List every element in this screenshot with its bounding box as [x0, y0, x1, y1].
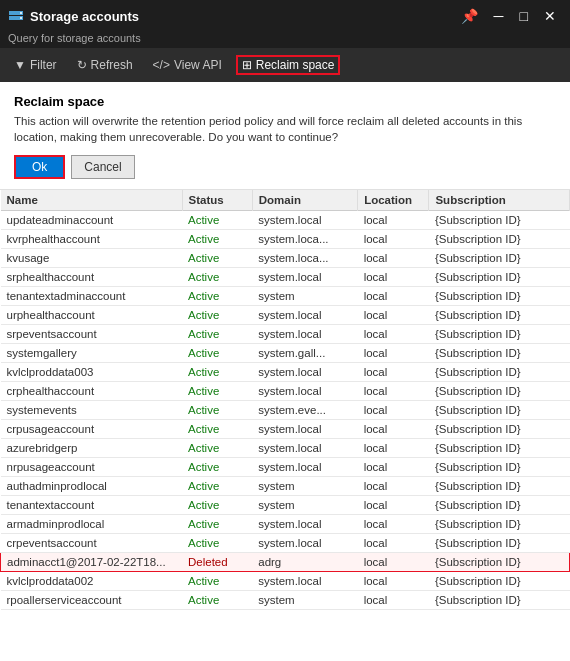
cell-name: nrpusageaccount — [1, 458, 183, 477]
minimize-button[interactable]: ─ — [488, 6, 510, 26]
main-window: Storage accounts 📌 ─ □ ✕ Query for stora… — [0, 0, 570, 661]
filter-icon: ▼ — [14, 58, 26, 72]
cell-subscription: {Subscription ID} — [429, 306, 570, 325]
reclaim-panel: Reclaim space This action will overwrite… — [0, 82, 570, 190]
cell-status: Active — [182, 515, 252, 534]
title-bar-left: Storage accounts — [8, 8, 139, 24]
table-row[interactable]: crpusageaccount Active system.local loca… — [1, 420, 570, 439]
cell-name: srphealthaccount — [1, 268, 183, 287]
cell-subscription: {Subscription ID} — [429, 534, 570, 553]
table-row[interactable]: updateadminaccount Active system.local l… — [1, 211, 570, 230]
table-row[interactable]: armadminprodlocal Active system.local lo… — [1, 515, 570, 534]
cell-status: Active — [182, 591, 252, 610]
cell-domain: system.local — [252, 458, 357, 477]
pin-button[interactable]: 📌 — [455, 6, 484, 26]
cell-location: local — [358, 363, 429, 382]
cell-location: local — [358, 249, 429, 268]
cell-domain: system.local — [252, 439, 357, 458]
storage-icon — [8, 8, 24, 24]
cell-location: local — [358, 344, 429, 363]
cell-name: kvrphealthaccount — [1, 230, 183, 249]
cell-domain: system.eve... — [252, 401, 357, 420]
cell-name: updateadminaccount — [1, 211, 183, 230]
cell-domain: system — [252, 287, 357, 306]
cell-domain: system.local — [252, 306, 357, 325]
ok-button[interactable]: Ok — [14, 155, 65, 179]
cancel-button[interactable]: Cancel — [71, 155, 134, 179]
cell-subscription: {Subscription ID} — [429, 344, 570, 363]
cell-location: local — [358, 287, 429, 306]
cell-status: Active — [182, 268, 252, 287]
filter-button[interactable]: ▼ Filter — [8, 55, 63, 75]
table-row[interactable]: crpeventsaccount Active system.local loc… — [1, 534, 570, 553]
cell-name: kvlclproddata002 — [1, 572, 183, 591]
cell-location: local — [358, 572, 429, 591]
cell-name: crpeventsaccount — [1, 534, 183, 553]
cell-name: urphealthaccount — [1, 306, 183, 325]
reclaim-space-button[interactable]: ⊞ Reclaim space — [236, 55, 341, 75]
table-row[interactable]: kvusage Active system.loca... local {Sub… — [1, 249, 570, 268]
cell-domain: adrg — [252, 553, 357, 572]
table-header-row: Name Status Domain Location Subscription — [1, 190, 570, 211]
table-body: updateadminaccount Active system.local l… — [1, 211, 570, 610]
cell-name: tenantextadminaccount — [1, 287, 183, 306]
table-row[interactable]: kvlclproddata003 Active system.local loc… — [1, 363, 570, 382]
cell-domain: system.local — [252, 325, 357, 344]
cell-status: Active — [182, 496, 252, 515]
table-row[interactable]: systemevents Active system.eve... local … — [1, 401, 570, 420]
cell-domain: system.local — [252, 572, 357, 591]
cell-location: local — [358, 401, 429, 420]
cell-name: azurebridgerp — [1, 439, 183, 458]
close-button[interactable]: ✕ — [538, 6, 562, 26]
reclaim-description: This action will overwrite the retention… — [14, 113, 556, 145]
cell-name: rpoallerserviceaccount — [1, 591, 183, 610]
cell-subscription: {Subscription ID} — [429, 287, 570, 306]
cell-name: systemevents — [1, 401, 183, 420]
cell-name: tenantextaccount — [1, 496, 183, 515]
cell-name: armadminprodlocal — [1, 515, 183, 534]
window-subtitle: Query for storage accounts — [0, 32, 570, 48]
cell-status: Active — [182, 211, 252, 230]
cell-status: Active — [182, 420, 252, 439]
cell-status: Active — [182, 458, 252, 477]
refresh-button[interactable]: ↻ Refresh — [71, 55, 139, 75]
cell-subscription: {Subscription ID} — [429, 458, 570, 477]
table-row[interactable]: tenantextaccount Active system local {Su… — [1, 496, 570, 515]
table-row[interactable]: urphealthaccount Active system.local loc… — [1, 306, 570, 325]
cell-status: Deleted — [182, 553, 252, 572]
cell-status: Active — [182, 534, 252, 553]
table-row[interactable]: azurebridgerp Active system.local local … — [1, 439, 570, 458]
table-row[interactable]: srpeventsaccount Active system.local loc… — [1, 325, 570, 344]
cell-domain: system.local — [252, 268, 357, 287]
cell-status: Active — [182, 344, 252, 363]
table-row[interactable]: systemgallery Active system.gall... loca… — [1, 344, 570, 363]
maximize-button[interactable]: □ — [514, 6, 534, 26]
table-row[interactable]: crphealthaccount Active system.local loc… — [1, 382, 570, 401]
cell-subscription: {Subscription ID} — [429, 249, 570, 268]
cell-domain: system.gall... — [252, 344, 357, 363]
window-title: Storage accounts — [30, 9, 139, 24]
cell-subscription: {Subscription ID} — [429, 477, 570, 496]
table-row[interactable]: adminacct1@2017-02-22T18... Deleted adrg… — [1, 553, 570, 572]
table-row[interactable]: tenantextadminaccount Active system loca… — [1, 287, 570, 306]
cell-subscription: {Subscription ID} — [429, 401, 570, 420]
table-row[interactable]: srphealthaccount Active system.local loc… — [1, 268, 570, 287]
table-row[interactable]: rpoallerserviceaccount Active system loc… — [1, 591, 570, 610]
cell-domain: system.local — [252, 534, 357, 553]
cell-location: local — [358, 439, 429, 458]
cell-name: systemgallery — [1, 344, 183, 363]
table-row[interactable]: kvrphealthaccount Active system.loca... … — [1, 230, 570, 249]
cell-subscription: {Subscription ID} — [429, 496, 570, 515]
title-bar: Storage accounts 📌 ─ □ ✕ — [0, 0, 570, 32]
view-api-button[interactable]: </> View API — [147, 55, 228, 75]
cell-location: local — [358, 420, 429, 439]
cell-name: authadminprodlocal — [1, 477, 183, 496]
table-row[interactable]: nrpusageaccount Active system.local loca… — [1, 458, 570, 477]
cell-name: kvusage — [1, 249, 183, 268]
table-row[interactable]: authadminprodlocal Active system local {… — [1, 477, 570, 496]
table-row[interactable]: kvlclproddata002 Active system.local loc… — [1, 572, 570, 591]
cell-status: Active — [182, 249, 252, 268]
api-icon: </> — [153, 58, 170, 72]
cell-name: crpusageaccount — [1, 420, 183, 439]
table-container[interactable]: Name Status Domain Location Subscription… — [0, 190, 570, 661]
